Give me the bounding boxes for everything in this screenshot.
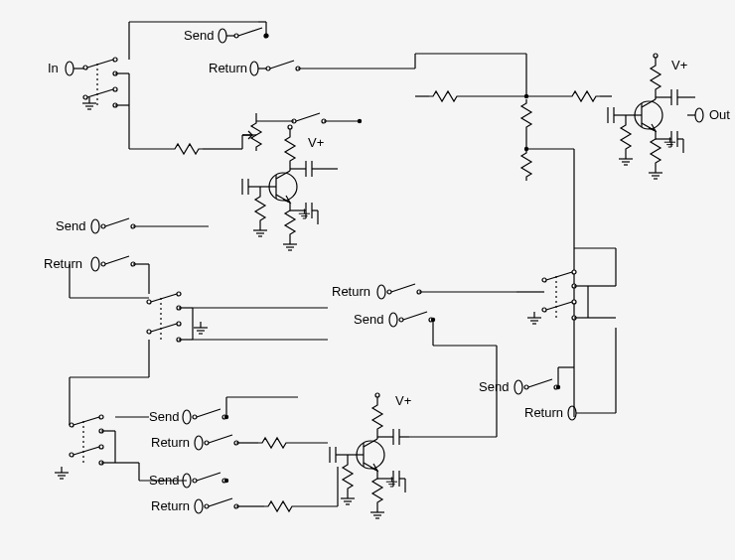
svg-point-57 <box>358 119 362 123</box>
label-send2: Send <box>56 218 85 233</box>
loop-3: Return Send <box>332 284 516 346</box>
label-in: In <box>48 61 59 75</box>
gain-stage-b <box>330 393 409 518</box>
switch-2 <box>70 264 328 342</box>
label-vplus3: V+ <box>395 393 411 408</box>
label-out: Out <box>709 107 730 122</box>
switch-1-icon <box>83 58 129 107</box>
label-send3: Send <box>354 312 383 327</box>
label-vplus1: V+ <box>671 58 687 72</box>
schematic-canvas: In Send Return V+ <box>0 0 735 560</box>
label-send5: Send <box>149 409 179 424</box>
switch-send1-icon <box>234 28 268 38</box>
svg-point-100 <box>224 479 228 483</box>
schematic-svg: In Send Return V+ <box>0 0 735 560</box>
label-return6: Return <box>151 435 190 450</box>
label-return4: Return <box>524 405 563 420</box>
label-return2: Return <box>44 256 82 271</box>
label-return3: Return <box>332 284 370 299</box>
gain-stage-a: V+ <box>230 113 362 250</box>
label-send4: Send <box>479 379 509 394</box>
switch-3 <box>516 248 616 324</box>
bottom-section: Send Return Send Return V+ <box>55 340 497 518</box>
label-vplus2: V+ <box>308 135 324 150</box>
top-bus: V+ Out <box>1 0 731 417</box>
input-section: In Send Return <box>48 22 415 154</box>
resistor-icon <box>171 144 203 154</box>
switch-4-icon <box>70 415 115 465</box>
label-return1: Return <box>209 61 247 75</box>
label-send1: Send <box>184 28 214 43</box>
loop-4: Send Return <box>479 318 616 420</box>
loop-2: Send Return <box>44 218 209 298</box>
label-return7: Return <box>151 498 190 513</box>
